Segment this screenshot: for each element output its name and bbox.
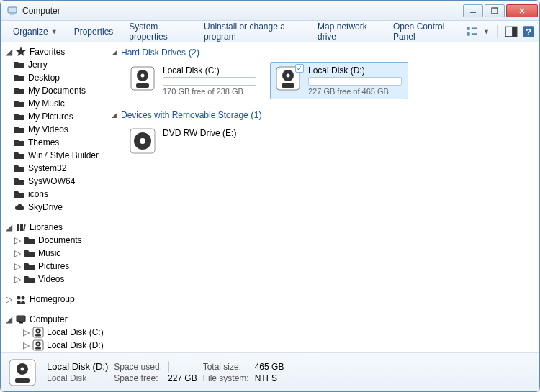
nav-library-item[interactable]: ▷Videos [2,273,107,286]
folder-icon [14,124,25,135]
close-button[interactable] [506,4,538,17]
drives-row: Local Disk (C:)170 GB free of 238 GB✓Loc… [125,62,535,99]
nav-favorite-item[interactable]: Jerry [2,58,107,71]
expander-icon[interactable]: ▷ [22,342,30,349]
status-space-free-value: 227 GB [168,373,197,383]
svg-rect-29 [35,347,41,350]
svg-rect-25 [35,334,41,337]
titlebar[interactable]: Computer [1,1,539,21]
expander-icon[interactable]: ▷ [14,250,21,257]
svg-rect-21 [19,322,23,324]
status-space-free-label: Space free: [114,373,162,383]
usage-bar [308,77,402,86]
nav-item-label: Music [38,248,60,258]
expander-icon[interactable]: ◢ [5,224,12,231]
toolbar-uninstall-program[interactable]: Uninstall or change a program [197,19,309,44]
nav-drive-item[interactable]: ▷Local Disk (D:) [2,339,107,352]
minimize-button[interactable] [463,4,483,17]
navigation-pane[interactable]: ◢ Favorites JerryDesktopMy DocumentsMy M… [1,42,107,352]
nav-homegroup-header[interactable]: ▷ Homegroup [2,293,107,306]
svg-rect-20 [17,316,25,322]
organize-button[interactable]: Organize ▼ [5,24,66,40]
nav-item-label: Local Disk (C:) [47,327,104,337]
nav-favorite-item[interactable]: My Pictures [2,110,107,123]
dvd-drive[interactable]: DVD RW Drive (E:) [125,124,263,158]
nav-item-label: SysWOW64 [28,176,75,186]
nav-drive-item[interactable]: ▷Local Disk (C:) [2,326,107,339]
toolbar-open-control-panel[interactable]: Open Control Panel [386,19,464,44]
nav-library-item[interactable]: ▷Documents [2,234,107,247]
status-fs-value: NTFS [255,373,284,383]
nav-favorite-item[interactable]: SkyDrive [2,201,107,214]
svg-text:?: ? [526,26,531,37]
help-icon[interactable]: ? [522,25,535,38]
svg-rect-16 [20,224,23,231]
window-title: Computer [22,6,462,16]
folder-icon [14,98,25,109]
nav-item-label: My Documents [28,86,86,96]
nav-library-item[interactable]: ▷Pictures [2,260,107,273]
details-pane: Local Disk (D:) Space used: Total size: … [1,352,539,391]
expander-icon[interactable]: ▷ [5,296,12,303]
nav-favorite-item[interactable]: My Music [2,97,107,110]
expander-icon[interactable]: ◢ [5,316,12,323]
nav-favorite-item[interactable]: System32 [2,162,107,175]
folder-icon [14,163,25,174]
preview-pane-icon[interactable] [505,25,518,38]
nav-favorite-item[interactable]: My Documents [2,84,107,97]
toolbar-properties[interactable]: Properties [67,24,121,39]
nav-favorite-item[interactable]: My Videos [2,123,107,136]
toolbar-map-network-drive[interactable]: Map network drive [310,19,384,44]
svg-point-40 [140,138,145,144]
nav-favorite-item[interactable]: Desktop [2,71,107,84]
removable-row: DVD RW Drive (E:) [125,124,535,158]
svg-rect-0 [8,7,17,13]
section-title: Hard Disk Drives (2) [121,47,199,58]
expander-icon[interactable]: ▷ [14,237,21,244]
svg-point-32 [141,74,145,78]
svg-point-43 [21,367,24,370]
nav-favorite-item[interactable]: Themes [2,136,107,149]
folder-icon [14,176,25,187]
expander-icon[interactable]: ▷ [14,275,21,283]
expander-icon[interactable]: ▷ [22,329,30,336]
svg-rect-17 [23,224,26,231]
homegroup-icon [15,293,27,305]
toolbar-system-properties[interactable]: System properties [122,19,195,44]
separator [497,25,498,38]
section-hard-disk-drives[interactable]: ◢ Hard Disk Drives (2) [112,47,535,58]
expander-icon[interactable]: ◢ [5,48,12,55]
nav-item-label: Local Disk (D:) [47,340,104,350]
svg-rect-6 [467,27,470,30]
view-options-icon[interactable] [466,25,479,38]
nav-favorite-item[interactable]: icons [2,188,107,201]
nav-favorite-item[interactable]: SysWOW64 [2,175,107,188]
folder-icon [14,85,25,96]
nav-library-item[interactable]: ▷Music [2,247,107,260]
nav-favorites-header[interactable]: ◢ Favorites [2,45,107,58]
nav-libraries-header[interactable]: ◢ Libraries [2,221,107,234]
drive-item[interactable]: Local Disk (C:)170 GB free of 238 GB [125,62,263,99]
computer-icon [15,314,27,325]
expander-icon[interactable]: ◢ [112,111,117,119]
drive-name: DVD RW Drive (E:) [163,128,236,138]
check-icon: ✓ [295,64,304,73]
nav-item-label: System32 [28,163,66,173]
expander-icon[interactable]: ◢ [112,49,117,56]
status-space-used-bar [168,362,197,372]
nav-favorite-item[interactable]: Win7 Style Builder [2,149,107,162]
maximize-button[interactable] [485,4,505,17]
nav-item-label: My Music [28,99,65,109]
nav-libraries-group: ◢ Libraries ▷Documents▷Music▷Pictures▷Vi… [2,221,107,286]
chevron-down-icon[interactable]: ▼ [483,28,490,35]
drive-item[interactable]: ✓Local Disk (D:)227 GB free of 465 GB [270,62,408,99]
expander-icon[interactable]: ▷ [14,263,21,270]
nav-computer-header[interactable]: ◢ Computer [2,313,107,326]
folder-icon [14,111,25,122]
nav-item-label: Videos [38,274,64,284]
status-total-size-label: Total size: [203,362,249,372]
svg-rect-8 [472,27,477,29]
content-pane[interactable]: ◢ Hard Disk Drives (2) Local Disk (C:)17… [107,42,539,352]
section-removable[interactable]: ◢ Devices with Removable Storage (1) [112,109,535,120]
explorer-window: Computer Organize ▼ Properties System pr… [0,0,540,392]
